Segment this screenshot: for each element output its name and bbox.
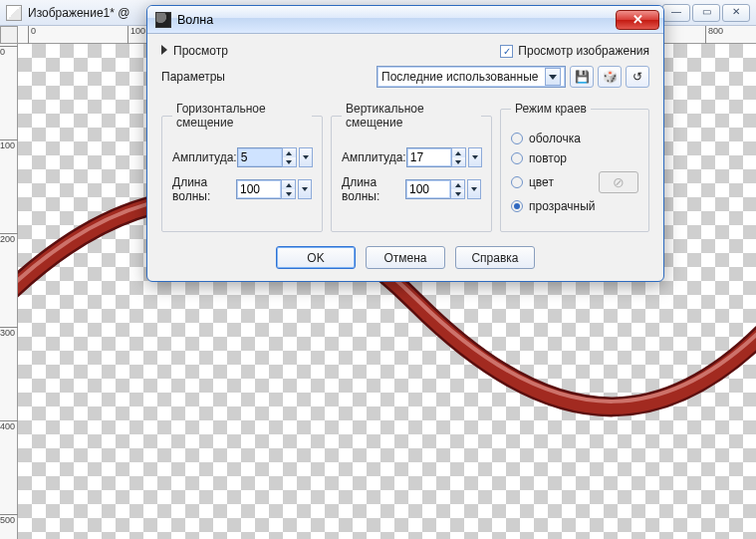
- group-edges: Режим краев оболочка повтор цвет ⊘ прозр…: [500, 102, 649, 232]
- dialog-title: Волна: [177, 13, 213, 27]
- v-amplitude-menu[interactable]: [468, 147, 482, 167]
- v-wavelength-input[interactable]: [405, 179, 451, 199]
- reset-button[interactable]: ↺: [626, 66, 649, 88]
- preview-toggle[interactable]: Просмотр: [161, 44, 228, 58]
- checkbox-icon: ✓: [500, 45, 513, 58]
- group-horizontal: Горизонтальное смещение Амплитуда: Длина…: [161, 102, 323, 232]
- ruler-vertical: 0 100 200 300 400 500: [0, 44, 18, 539]
- ruler-corner: [0, 26, 18, 44]
- h-wavelength-menu[interactable]: [298, 179, 312, 199]
- ok-button[interactable]: OK: [276, 246, 356, 269]
- v-amplitude-input[interactable]: [406, 147, 452, 167]
- floppy-icon: 💾: [575, 70, 590, 84]
- preset-combo[interactable]: Последние использованные: [377, 66, 566, 88]
- v-wavelength-spinner[interactable]: [450, 179, 465, 199]
- forbidden-icon: ⊘: [613, 174, 625, 190]
- edge-mode-color[interactable]: цвет ⊘: [511, 171, 638, 193]
- v-wavelength-label: Длина волны:: [342, 175, 405, 203]
- expand-icon: [161, 45, 167, 55]
- close-icon: ✕: [632, 13, 643, 26]
- wave-dialog: Волна ✕ Просмотр ✓ Просмотр изображения …: [146, 5, 664, 282]
- parameters-label: Параметры: [161, 70, 225, 84]
- v-amplitude-spinner[interactable]: [451, 147, 466, 167]
- edge-mode-wrap[interactable]: оболочка: [511, 132, 638, 145]
- dice-icon: 🎲: [603, 70, 618, 84]
- group-v-legend: Вертикальное смещение: [342, 102, 481, 130]
- editor-maximize-button[interactable]: ▭: [692, 4, 720, 22]
- edge-mode-transparent[interactable]: прозрачный: [511, 199, 638, 213]
- h-wavelength-label: Длина волны:: [172, 175, 236, 203]
- editor-minimize-button[interactable]: —: [662, 4, 690, 22]
- h-wavelength-input[interactable]: [236, 179, 282, 199]
- h-amplitude-label: Амплитуда:: [172, 150, 237, 164]
- edge-mode-repeat[interactable]: повтор: [511, 151, 638, 165]
- h-wavelength-spinner[interactable]: [281, 179, 296, 199]
- dialog-titlebar[interactable]: Волна ✕: [147, 6, 663, 34]
- randomize-button[interactable]: 🎲: [598, 66, 622, 88]
- edge-color-swatch[interactable]: ⊘: [599, 171, 638, 193]
- reset-icon: ↺: [632, 70, 642, 84]
- group-vertical: Вертикальное смещение Амплитуда: Длина в…: [331, 102, 492, 232]
- document-icon: [6, 5, 22, 21]
- h-amplitude-spinner[interactable]: [282, 147, 297, 167]
- preview-image-checkbox[interactable]: ✓ Просмотр изображения: [500, 44, 649, 58]
- dialog-icon: [155, 12, 171, 28]
- editor-close-button[interactable]: ✕: [722, 4, 750, 22]
- group-edges-legend: Режим краев: [511, 102, 591, 116]
- chevron-down-icon: [545, 68, 561, 86]
- cancel-button[interactable]: Отмена: [366, 246, 445, 269]
- group-h-legend: Горизонтальное смещение: [172, 102, 312, 130]
- editor-title: Изображение1* @: [28, 6, 129, 20]
- save-preset-button[interactable]: 💾: [570, 66, 594, 88]
- v-wavelength-menu[interactable]: [467, 179, 481, 199]
- help-button[interactable]: Справка: [455, 246, 535, 269]
- dialog-close-button[interactable]: ✕: [616, 10, 659, 30]
- h-amplitude-menu[interactable]: [299, 147, 313, 167]
- h-amplitude-input[interactable]: [237, 147, 283, 167]
- v-amplitude-label: Амплитуда:: [342, 150, 406, 164]
